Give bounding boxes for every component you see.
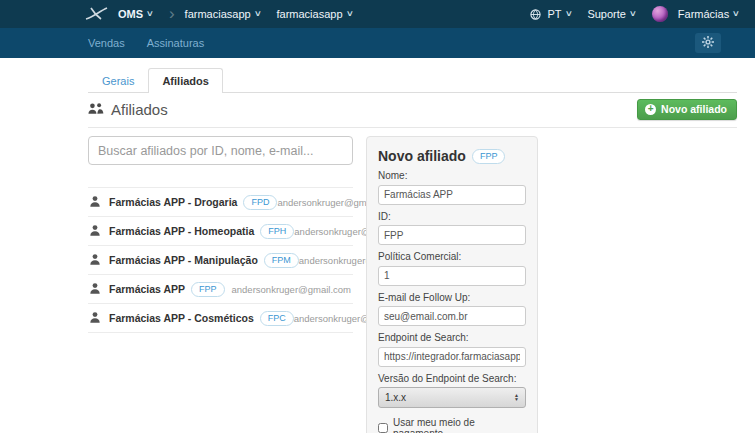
affiliate-row[interactable]: Farmácias APP - Cosméticos FPC andersonk… — [88, 303, 353, 333]
page-title-text: Afiliados — [111, 101, 168, 118]
email-followup-input[interactable] — [378, 306, 526, 326]
field-endpoint-label: Endpoint de Search: — [378, 332, 526, 343]
affiliate-code-badge: FPC — [260, 311, 294, 326]
search-input[interactable] — [88, 136, 353, 165]
person-icon — [90, 222, 100, 240]
field-nome-label: Nome: — [378, 170, 526, 181]
affiliate-name: Farmácias APP - Cosméticos — [109, 312, 254, 324]
nav-item-vendas[interactable]: Vendas — [88, 37, 125, 49]
product-menu-label: OMS — [118, 8, 143, 20]
field-email-followup: E-mail de Follow Up: — [378, 292, 526, 327]
account-label: Farmácias — [678, 8, 729, 20]
chevron-down-icon: ∨ — [146, 10, 154, 18]
sub-navbar: Vendas Assinaturas — [0, 28, 755, 58]
affiliate-code-badge: FPH — [260, 224, 294, 239]
affiliate-row[interactable]: Farmácias APP - Manipulação FPM anderson… — [88, 245, 353, 274]
affiliate-code-badge: FPM — [264, 253, 299, 268]
form-title: Novo afiliado — [378, 148, 466, 164]
form-title-row: Novo afiliado FPP — [378, 148, 526, 164]
globe-icon — [530, 9, 541, 20]
payment-checkbox-label: Usar meu meio de pagamento — [393, 417, 526, 433]
app-menu-label: farmaciasapp — [277, 8, 343, 20]
endpoint-version-value: 1.x.x — [385, 392, 406, 403]
payment-checkbox[interactable] — [378, 423, 388, 433]
tab-bar: Gerais Afiliados — [88, 66, 737, 93]
id-input[interactable] — [378, 225, 526, 245]
affiliate-row[interactable]: Farmácias APP - Homeopatia FPH andersonk… — [88, 216, 353, 245]
affiliate-row[interactable]: Farmácias APP FPP andersonkruger@gmail.c… — [88, 274, 353, 303]
payment-checkbox-row: Usar meu meio de pagamento — [378, 417, 526, 433]
top-navbar: OMS ∨ › farmaciasapp ∨ farmaciasapp ∨ PT… — [0, 0, 755, 28]
affiliate-row[interactable]: Farmácias APP - Drogaria FPD andersonkru… — [88, 187, 353, 216]
affiliate-code-badge: FPP — [191, 282, 225, 297]
brand-logo-icon[interactable] — [84, 7, 108, 21]
new-affiliate-form-panel: Novo afiliado FPP Nome: ID: Política Com… — [366, 136, 538, 433]
language-menu[interactable]: PT ∨ — [530, 8, 571, 20]
nav-item-assinaturas[interactable]: Assinaturas — [147, 37, 204, 49]
select-stepper-icon: ▲▼ — [510, 393, 525, 401]
field-email-label: E-mail de Follow Up: — [378, 292, 526, 303]
plus-circle-icon: + — [645, 104, 656, 115]
main-columns: Farmácias APP - Drogaria FPD andersonkru… — [88, 136, 737, 433]
nome-input[interactable] — [378, 185, 526, 205]
field-version-label: Versão do Endpoint de Search: — [378, 373, 526, 384]
endpoint-search-input[interactable] — [378, 347, 526, 367]
org-menu[interactable]: farmaciasapp ∨ — [185, 8, 261, 20]
app-window: OMS ∨ › farmaciasapp ∨ farmaciasapp ∨ PT… — [0, 0, 755, 433]
affiliate-email: andersonkruger@gmail.com — [232, 284, 351, 295]
affiliate-name: Farmácias APP - Drogaria — [109, 196, 237, 208]
chevron-down-icon: ∨ — [253, 10, 261, 18]
affiliate-name: Farmácias APP — [109, 283, 185, 295]
field-id: ID: — [378, 211, 526, 246]
page-title: Afiliados — [88, 101, 168, 118]
affiliates-column: Farmácias APP - Drogaria FPD andersonkru… — [88, 136, 353, 333]
field-nome: Nome: — [378, 170, 526, 205]
politica-comercial-input[interactable] — [378, 266, 526, 286]
field-endpoint-version: Versão do Endpoint de Search: 1.x.x ▲▼ — [378, 373, 526, 408]
tab-gerais[interactable]: Gerais — [88, 68, 148, 93]
chevron-down-icon: ∨ — [629, 10, 637, 18]
org-menu-label: farmaciasapp — [185, 8, 251, 20]
product-menu[interactable]: OMS ∨ — [118, 8, 153, 20]
field-politica-label: Política Comercial: — [378, 251, 526, 262]
support-label: Suporte — [587, 8, 626, 20]
field-politica-comercial: Política Comercial: — [378, 251, 526, 286]
support-menu[interactable]: Suporte ∨ — [587, 8, 635, 20]
new-affiliate-button-label: Novo afiliado — [661, 103, 727, 115]
users-group-icon — [88, 101, 104, 118]
form-code-badge: FPP — [472, 149, 506, 164]
account-menu[interactable]: Farmácias ∨ — [652, 6, 739, 22]
affiliate-name: Farmácias APP - Manipulação — [109, 254, 258, 266]
endpoint-version-select[interactable]: 1.x.x ▲▼ — [378, 387, 526, 408]
affiliate-code-badge: FPD — [243, 195, 277, 210]
person-icon — [90, 309, 100, 327]
affiliates-list: Farmácias APP - Drogaria FPD andersonkru… — [88, 187, 353, 333]
person-icon — [90, 193, 100, 211]
chevron-down-icon: ∨ — [732, 10, 740, 18]
content-area: Gerais Afiliados Afiliados + Novo afilia… — [88, 66, 737, 433]
affiliate-name: Farmácias APP - Homeopatia — [109, 225, 254, 237]
gear-icon — [702, 34, 714, 52]
field-endpoint-search: Endpoint de Search: — [378, 332, 526, 367]
person-icon — [90, 280, 100, 298]
app-menu[interactable]: farmaciasapp ∨ — [277, 8, 353, 20]
new-affiliate-button[interactable]: + Novo afiliado — [637, 99, 737, 120]
avatar — [652, 6, 668, 22]
chevron-down-icon: ∨ — [564, 10, 572, 18]
field-id-label: ID: — [378, 211, 526, 222]
settings-button[interactable] — [695, 33, 721, 53]
page-header: Afiliados + Novo afiliado — [88, 93, 737, 128]
chevron-down-icon: ∨ — [345, 10, 353, 18]
person-icon — [90, 251, 100, 269]
language-label: PT — [547, 8, 561, 20]
tab-afiliados[interactable]: Afiliados — [148, 68, 222, 93]
breadcrumb-separator-icon: › — [169, 5, 175, 22]
